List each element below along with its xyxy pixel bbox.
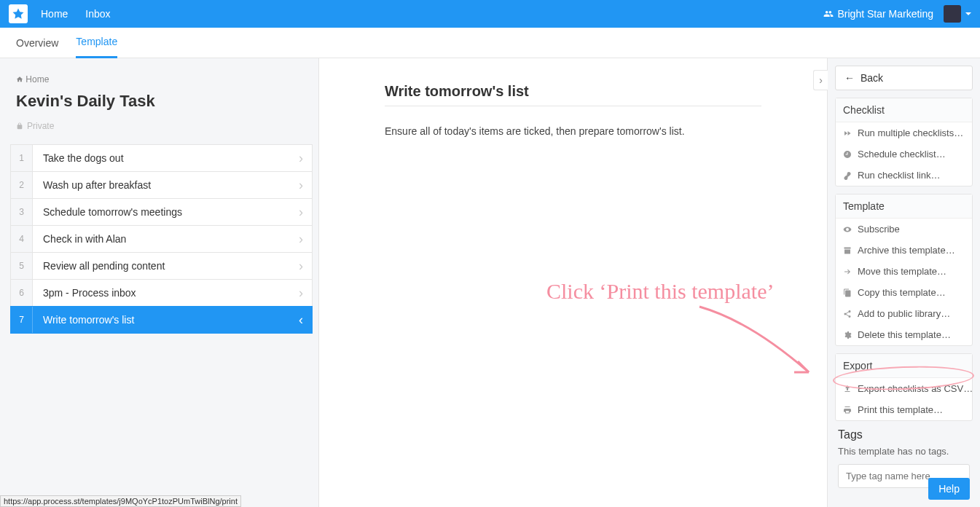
- home-icon: [16, 76, 23, 83]
- help-button[interactable]: Help: [928, 478, 970, 500]
- left-sidebar: Home Kevin's Daily Task Private 1 Take t…: [0, 58, 319, 507]
- download-icon: [843, 385, 852, 393]
- back-button[interactable]: ← Back: [835, 66, 973, 90]
- app-logo[interactable]: [9, 4, 28, 23]
- eye-icon: [843, 225, 852, 234]
- task-row[interactable]: 6 3pm - Process inbox ›: [10, 279, 313, 307]
- task-row[interactable]: 4 Check in with Alan ›: [10, 225, 313, 253]
- task-number: 7: [11, 307, 33, 333]
- chevron-right-icon: ›: [299, 205, 312, 220]
- action-run-multiple[interactable]: Run multiple checklists…: [836, 122, 972, 144]
- tags-description: This template has no tags.: [838, 446, 970, 457]
- panel-export: Export Export checklists as CSV… Print t…: [835, 353, 973, 421]
- task-label: 3pm - Process inbox: [33, 287, 299, 299]
- lock-icon: [16, 122, 23, 130]
- task-label: Review all pending content: [33, 260, 299, 272]
- archive-icon: [843, 246, 852, 255]
- star-icon: [12, 7, 25, 20]
- privacy-indicator: Private: [16, 121, 307, 131]
- print-icon: [843, 406, 852, 414]
- action-run-link[interactable]: Run checklist link…: [836, 165, 972, 186]
- users-icon: [823, 9, 834, 19]
- task-label: Take the dogs out: [33, 152, 299, 164]
- collapse-panel-button[interactable]: ›: [813, 70, 828, 90]
- breadcrumb[interactable]: Home: [16, 74, 307, 84]
- chevron-right-icon: ›: [299, 286, 312, 301]
- right-panel: › ← Back Checklist Run multiple checklis…: [827, 58, 980, 507]
- action-archive[interactable]: Archive this template…: [836, 240, 972, 261]
- nav-inbox[interactable]: Inbox: [85, 8, 110, 20]
- task-number: 2: [11, 172, 33, 198]
- breadcrumb-home: Home: [26, 74, 49, 84]
- task-row[interactable]: 1 Take the dogs out ›: [10, 144, 313, 172]
- detail-pane: Write tomorrow's list Ensure all of toda…: [319, 58, 827, 507]
- privacy-label: Private: [27, 121, 54, 131]
- chevron-left-icon: ‹: [299, 313, 312, 328]
- task-label: Wash up after breakfast: [33, 179, 299, 191]
- arrow-right-icon: [843, 267, 852, 276]
- tab-template[interactable]: Template: [76, 28, 117, 58]
- task-row[interactable]: 3 Schedule tomorrow's meetings ›: [10, 198, 313, 226]
- task-list: 1 Take the dogs out › 2 Wash up after br…: [10, 144, 313, 334]
- org-name: Bright Star Marketing: [838, 8, 934, 20]
- chevron-right-icon: ›: [299, 232, 312, 247]
- panel-head-template: Template: [836, 194, 972, 219]
- gear-icon: [843, 331, 852, 339]
- arrow-left-icon: ←: [844, 72, 855, 84]
- clock-icon: [843, 150, 852, 159]
- task-number: 5: [11, 253, 33, 279]
- action-schedule[interactable]: Schedule checklist…: [836, 144, 972, 165]
- panel-head-export: Export: [836, 354, 972, 378]
- detail-title: Write tomorrow's list: [385, 83, 761, 100]
- fast-forward-icon: [843, 129, 852, 138]
- chevron-right-icon: ›: [299, 178, 312, 193]
- task-row[interactable]: 5 Review all pending content ›: [10, 252, 313, 280]
- action-export-csv[interactable]: Export checklists as CSV…: [836, 378, 972, 399]
- chevron-right-icon: ›: [299, 259, 312, 274]
- back-label: Back: [861, 72, 883, 84]
- org-switcher[interactable]: Bright Star Marketing: [823, 8, 934, 20]
- task-number: 6: [11, 280, 33, 306]
- action-copy[interactable]: Copy this template…: [836, 282, 972, 303]
- panel-template: Template Subscribe Archive this template…: [835, 194, 973, 346]
- avatar[interactable]: [944, 5, 961, 23]
- subtabs: Overview Template: [0, 28, 980, 58]
- panel-checklist: Checklist Run multiple checklists… Sched…: [835, 98, 973, 186]
- task-number: 1: [11, 145, 33, 171]
- panel-head-checklist: Checklist: [836, 98, 972, 122]
- tags-head: Tags: [838, 428, 970, 441]
- top-nav: Home Inbox Bright Star Marketing: [0, 0, 980, 28]
- action-move[interactable]: Move this template…: [836, 261, 972, 282]
- task-number: 4: [11, 226, 33, 252]
- task-number: 3: [11, 199, 33, 225]
- link-icon: [843, 171, 852, 180]
- chevron-right-icon: ›: [299, 151, 312, 166]
- detail-body: Ensure all of today's items are ticked, …: [385, 125, 761, 137]
- action-print-template[interactable]: Print this template…: [836, 399, 972, 420]
- task-label: Schedule tomorrow's meetings: [33, 206, 299, 218]
- status-bar-url: https://app.process.st/templates/j9MQoYc…: [0, 495, 241, 507]
- page-title: Kevin's Daily Task: [16, 92, 307, 111]
- task-label: Check in with Alan: [33, 233, 299, 245]
- tab-overview[interactable]: Overview: [16, 28, 58, 58]
- action-subscribe[interactable]: Subscribe: [836, 219, 972, 240]
- divider: [385, 106, 761, 106]
- action-add-public[interactable]: Add to public library…: [836, 303, 972, 324]
- chevron-down-icon[interactable]: [965, 12, 971, 15]
- copy-icon: [843, 288, 852, 297]
- task-row[interactable]: 7 Write tomorrow's list ‹: [10, 306, 313, 334]
- action-delete[interactable]: Delete this template…: [836, 324, 972, 345]
- task-row[interactable]: 2 Wash up after breakfast ›: [10, 171, 313, 199]
- task-label: Write tomorrow's list: [33, 314, 299, 326]
- share-icon: [843, 310, 852, 318]
- nav-home[interactable]: Home: [41, 8, 68, 20]
